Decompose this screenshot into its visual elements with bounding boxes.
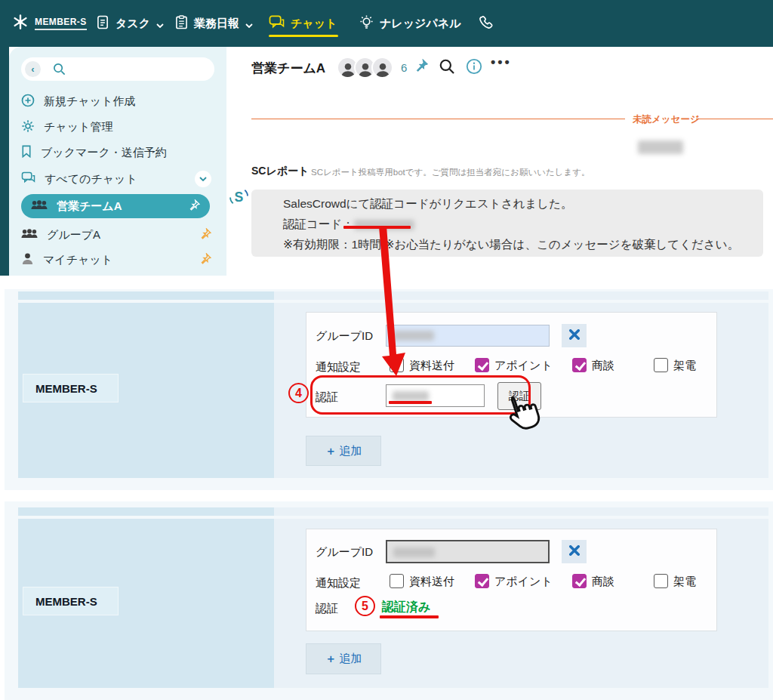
caret-down-icon <box>156 17 164 30</box>
add-row-button[interactable]: ＋ 追加 <box>306 643 381 674</box>
remove-row-button[interactable] <box>562 324 587 347</box>
checkbox-shodan[interactable] <box>572 574 587 588</box>
app-logo[interactable]: MEMBER-S <box>11 0 87 47</box>
logo-star-icon <box>11 12 30 35</box>
document-icon <box>97 15 109 32</box>
auth-button[interactable]: 認証 <box>497 382 541 410</box>
remove-row-button[interactable] <box>562 540 587 563</box>
lightbulb-icon <box>359 14 374 32</box>
table-row-cell <box>274 291 768 300</box>
bot-description: SCレポート投稿専用botです。ご質問は担当者宛にお願いいたします。 <box>311 167 590 178</box>
people-group-icon <box>31 199 48 213</box>
plus-icon: ＋ <box>325 444 337 458</box>
chat-bubble-icon <box>269 15 285 32</box>
sidebar-item-label: チャット管理 <box>44 120 112 134</box>
person-icon <box>21 252 34 267</box>
member-count: 6 <box>401 61 407 74</box>
table-row-cell <box>18 507 274 516</box>
checkbox-label: 資料送付 <box>409 358 454 373</box>
sidebar-item-bookmarks[interactable]: ブックマーク・送信予約 <box>21 141 211 164</box>
clipboard-icon <box>175 15 188 32</box>
nav-tasks[interactable]: タスク <box>97 0 164 47</box>
checkbox-appointment[interactable] <box>475 358 489 372</box>
sidebar-item-label: グループA <box>47 228 100 242</box>
nav-tasks-label: タスク <box>115 17 150 31</box>
pin-icon[interactable] <box>414 58 429 76</box>
add-row-button[interactable]: ＋ 追加 <box>306 436 381 466</box>
search-icon[interactable] <box>439 58 455 78</box>
search-input[interactable]: ‹ <box>21 57 214 81</box>
close-icon <box>569 545 580 559</box>
topbar: MEMBER-S タスク 業務日報 チャット ナレッジパネル <box>0 0 773 47</box>
checkbox-kaden[interactable] <box>654 574 668 588</box>
nav-chat-label: チャット <box>291 17 337 31</box>
more-menu-icon[interactable]: ••• <box>491 54 512 70</box>
nav-knowledge-panel[interactable]: ナレッジパネル <box>359 0 460 47</box>
checkbox-label: 商談 <box>592 358 614 373</box>
plus-icon: ＋ <box>325 652 337 666</box>
checkbox-label: 商談 <box>592 574 614 589</box>
group-id-label: グループID <box>316 329 373 344</box>
checkbox-kaden[interactable] <box>654 358 668 372</box>
search-icon <box>53 63 66 79</box>
phone-icon <box>479 15 494 32</box>
message-line-1: SalesCrowdにて認証コードがリクエストされました。 <box>283 196 573 212</box>
redacted-auth-code <box>354 220 414 230</box>
sidebar-item-my-chat[interactable]: マイチャット <box>21 248 211 271</box>
sidebar: ‹ 新規チャット作成 チャット管理 ブックマーク・送信予約 すべてのチャット 営… <box>9 47 226 276</box>
notification-form: グループID 通知設定 資料送付 アポイント 商談 架電 認証 <box>306 312 717 418</box>
nav-phone[interactable] <box>479 0 494 47</box>
member-avatars[interactable] <box>337 57 394 79</box>
people-group-icon <box>21 228 38 242</box>
checkbox-shodan[interactable] <box>572 358 587 372</box>
plus-circle-icon <box>21 94 35 109</box>
row-label: MEMBER-S <box>23 374 119 402</box>
checkbox-shiryo[interactable] <box>390 574 404 588</box>
bot-avatar: S <box>229 187 249 207</box>
settings-panel-after-auth: MEMBER-S グループID 通知設定 資料送付 アポイント 商談 架電 認証 <box>5 501 773 700</box>
checkbox-label: アポイント <box>494 358 553 373</box>
svg-text:S: S <box>235 190 244 205</box>
settings-panel-before-auth: MEMBER-S グループID 通知設定 資料送付 アポイント 商談 架電 認証 <box>5 289 773 490</box>
chat-title: 営業チームA <box>251 60 325 77</box>
chevron-down-icon[interactable] <box>195 171 211 187</box>
sidebar-item-chat-manage[interactable]: チャット管理 <box>21 116 211 138</box>
nav-daily-report[interactable]: 業務日報 <box>175 0 253 47</box>
message-line-3: ※有効期限：1時間 ※お心当たりがない場合は、このメッセージを破棄してください。 <box>283 237 739 253</box>
group-id-input[interactable] <box>386 325 550 347</box>
active-tab-underline <box>269 35 338 37</box>
sidebar-item-label: 営業チームA <box>57 199 122 214</box>
avatar <box>371 57 393 79</box>
nav-chat[interactable]: チャット <box>269 0 337 47</box>
auth-code-input[interactable] <box>386 384 485 407</box>
redacted-sender <box>638 140 683 154</box>
sidebar-item-sales-team-a[interactable]: 営業チームA <box>21 194 210 218</box>
checkbox-row: 資料送付 アポイント 商談 架電 <box>306 358 716 373</box>
bot-message-bubble: SalesCrowdにて認証コードがリクエストされました。 認証コード： ※有効… <box>251 190 763 257</box>
pin-icon <box>200 228 211 242</box>
gear-icon <box>21 119 35 135</box>
nav-knowledge-label: ナレッジパネル <box>380 17 460 31</box>
collapse-sidebar-button[interactable]: ‹ <box>25 61 41 77</box>
nav-daily-report-label: 業務日報 <box>194 17 239 31</box>
info-icon[interactable] <box>466 58 482 78</box>
notification-form: グループID 通知設定 資料送付 アポイント 商談 架電 認証 認証済み <box>306 529 717 631</box>
unread-divider-line <box>251 119 625 119</box>
checkbox-appointment[interactable] <box>475 574 489 588</box>
auth-label: 認証 <box>316 390 338 405</box>
sidebar-item-all-chats[interactable]: すべてのチャット <box>21 168 211 190</box>
sidebar-item-group-a[interactable]: グループA <box>21 224 211 246</box>
logo-text: MEMBER-S <box>35 17 87 30</box>
pin-icon <box>189 199 200 213</box>
caret-down-icon <box>245 17 253 30</box>
checkbox-label: 架電 <box>673 358 696 373</box>
bot-name: SCレポート <box>251 165 309 178</box>
redacted-group-id <box>393 547 435 557</box>
sidebar-item-new-chat[interactable]: 新規チャット作成 <box>21 90 211 113</box>
add-button-label: 追加 <box>340 444 362 458</box>
table-row-cell <box>274 507 768 516</box>
checkbox-shiryo[interactable] <box>390 358 404 372</box>
sidebar-item-label: ブックマーク・送信予約 <box>41 146 167 160</box>
add-button-label: 追加 <box>340 652 362 666</box>
auth-code-label: 認証コード： <box>283 217 354 230</box>
